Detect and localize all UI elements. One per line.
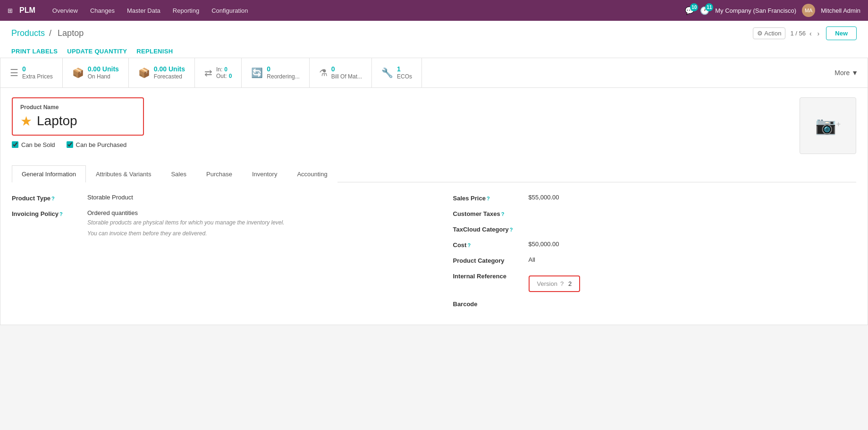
product-header: Product Name ★ Laptop Can be Sold Can be… (12, 97, 856, 158)
chat-badge: 10 (690, 3, 698, 11)
actions-right: ⚙ Action 1 / 56 ‹ › New (753, 26, 857, 40)
stat-ecos[interactable]: 🔧 1 ECOs (372, 58, 422, 87)
on-hand-icon: 📦 (72, 67, 84, 78)
checkboxes-row: Can be Sold Can be Purchased (12, 141, 144, 148)
can-be-sold-input[interactable] (12, 141, 18, 148)
cost-help[interactable]: ? (467, 242, 471, 248)
left-column: Product Type? Storable Product Invoicing… (12, 194, 425, 315)
nav-configuration[interactable]: Configuration (207, 5, 253, 16)
product-title[interactable]: Laptop (37, 113, 77, 129)
new-button[interactable]: New (826, 26, 857, 40)
version-label: Version (537, 280, 557, 287)
next-page-arrow[interactable]: › (816, 29, 822, 38)
out-number: 0 (229, 73, 232, 79)
in-number: 0 (224, 66, 228, 73)
nav-right-section: 💬 10 🕐 11 My Company (San Francisco) MA … (685, 4, 860, 17)
tabs-row: General Information Attributes & Variant… (12, 165, 856, 182)
invoicing-policy-help[interactable]: ? (59, 211, 63, 217)
taxcloud-row: TaxCloud Category? (453, 225, 857, 233)
can-be-purchased-input[interactable] (67, 141, 73, 148)
chat-icon-wrap[interactable]: 💬 10 (685, 6, 694, 15)
nav-changes[interactable]: Changes (85, 5, 119, 16)
prev-page-arrow[interactable]: ‹ (808, 29, 814, 38)
update-quantity-link[interactable]: UPDATE QUANTITY (67, 48, 127, 58)
in-label: In: (216, 66, 222, 73)
stat-forecasted[interactable]: 📦 0.00 Units Forecasted (129, 58, 195, 87)
page-header: Products / Laptop ⚙ Action 1 / 56 ‹ › Ne… (0, 21, 868, 58)
nav-master-data[interactable]: Master Data (122, 5, 165, 16)
clock-badge: 11 (705, 3, 713, 11)
cost-label: Cost? (453, 241, 529, 249)
customer-taxes-label: Customer Taxes? (453, 209, 529, 217)
product-category-row: Product Category All (453, 256, 857, 264)
tab-accounting[interactable]: Accounting (287, 165, 337, 182)
stat-on-hand[interactable]: 📦 0.00 Units On Hand (63, 58, 129, 87)
on-hand-number: 0.00 Units (88, 65, 119, 73)
user-name[interactable]: Mitchell Admin (821, 7, 860, 14)
main-content: Product Name ★ Laptop Can be Sold Can be… (0, 88, 868, 325)
stat-in-out[interactable]: ⇄ In:0 Out:0 (195, 58, 242, 87)
print-labels-link[interactable]: PRINT LABELS (11, 48, 58, 58)
stat-bill-of-mat[interactable]: ⚗ 0 Bill Of Mat... (310, 58, 372, 87)
action-button[interactable]: ⚙ Action (753, 27, 785, 39)
tab-content-general: Product Type? Storable Product Invoicing… (12, 182, 856, 315)
product-category-value[interactable]: All (529, 256, 535, 263)
internal-reference-row: Internal Reference Version ? 2 (453, 272, 857, 292)
clock-icon-wrap[interactable]: 🕐 11 (700, 6, 709, 15)
app-grid-icon[interactable]: ⊞ (8, 7, 13, 14)
nav-reporting[interactable]: Reporting (168, 5, 204, 16)
cost-row: Cost? $50,000.00 (453, 241, 857, 249)
right-column: Sales Price? $55,000.00 Customer Taxes? … (444, 194, 857, 315)
sales-price-help[interactable]: ? (487, 196, 490, 201)
breadcrumb-current: Laptop (58, 28, 84, 38)
bill-of-mat-number: 0 (331, 65, 362, 73)
stats-bar: ☰ 0 Extra Prices 📦 0.00 Units On Hand 📦 … (0, 58, 868, 88)
version-number: 2 (568, 280, 572, 287)
product-name-box: Product Name ★ Laptop (12, 97, 144, 136)
taxcloud-label: TaxCloud Category? (453, 225, 529, 233)
stat-extra-prices[interactable]: ☰ 0 Extra Prices (0, 58, 63, 87)
breadcrumb-row: Products / Laptop ⚙ Action 1 / 56 ‹ › Ne… (11, 26, 857, 44)
customer-taxes-help[interactable]: ? (501, 211, 505, 217)
sales-price-value[interactable]: $55,000.00 (529, 194, 559, 201)
tab-sales[interactable]: Sales (161, 165, 196, 182)
reordering-icon: 🔄 (251, 67, 263, 78)
product-image-box[interactable]: 📷+ (800, 97, 856, 154)
pagination-text: 1 / 56 (790, 30, 806, 37)
can-be-purchased-label: Can be Purchased (76, 141, 127, 148)
internal-reference-value: Version ? 2 (529, 272, 581, 292)
tab-general-information[interactable]: General Information (12, 165, 86, 182)
app-name[interactable]: PLM (19, 6, 35, 15)
tab-attributes-variants[interactable]: Attributes & Variants (86, 165, 161, 182)
tab-inventory[interactable]: Inventory (242, 165, 287, 182)
can-be-sold-checkbox[interactable]: Can be Sold (12, 141, 55, 148)
ecos-icon: 🔧 (381, 67, 393, 78)
invoicing-policy-row: Invoicing Policy? Ordered quantities Sto… (12, 209, 425, 238)
invoicing-note2: You can invoice them before they are del… (87, 229, 285, 238)
product-type-value[interactable]: Storable Product (87, 194, 133, 201)
forecasted-icon: 📦 (138, 67, 150, 78)
nav-overview[interactable]: Overview (48, 5, 83, 16)
ecos-label: ECOs (397, 73, 412, 81)
barcode-row: Barcode (453, 300, 857, 308)
product-type-help[interactable]: ? (51, 196, 55, 201)
more-button[interactable]: More ▼ (825, 58, 868, 87)
barcode-label: Barcode (453, 300, 529, 308)
can-be-purchased-checkbox[interactable]: Can be Purchased (67, 141, 127, 148)
taxcloud-help[interactable]: ? (510, 227, 513, 232)
user-avatar[interactable]: MA (802, 4, 815, 17)
bill-of-mat-icon: ⚗ (319, 67, 328, 78)
company-name[interactable]: My Company (San Francisco) (715, 7, 796, 14)
favorite-star-icon[interactable]: ★ (20, 113, 32, 129)
cost-value[interactable]: $50,000.00 (529, 241, 559, 248)
stat-reordering[interactable]: 🔄 0 Reordering... (242, 58, 309, 87)
replenish-link[interactable]: REPLENISH (136, 48, 173, 58)
sales-price-row: Sales Price? $55,000.00 (453, 194, 857, 202)
out-label: Out: (216, 73, 227, 79)
tab-purchase[interactable]: Purchase (196, 165, 242, 182)
pagination: 1 / 56 ‹ › (790, 29, 821, 38)
internal-reference-label: Internal Reference (453, 272, 529, 280)
breadcrumb-parent[interactable]: Products (11, 28, 45, 38)
version-help[interactable]: ? (560, 280, 564, 287)
invoicing-note1: Storable products are physical items for… (87, 218, 285, 227)
